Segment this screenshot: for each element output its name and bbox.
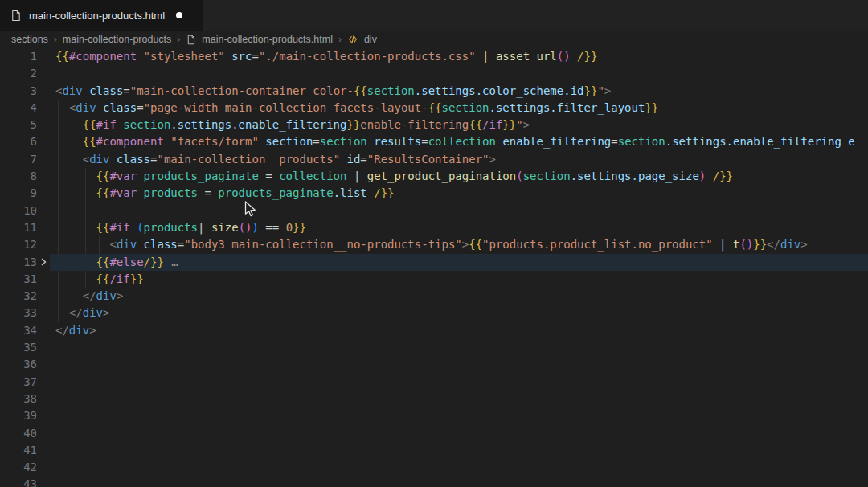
editor-row: 32 </div> <box>0 288 868 305</box>
code-line[interactable]: {{#var products = products_paginate.list… <box>50 185 868 202</box>
editor-row: 42 <box>0 459 868 476</box>
code-rows: 1{{#component "stylesheet" src="./main-c… <box>0 48 868 487</box>
code-line[interactable]: {{/if}} <box>50 271 868 288</box>
line-number: 40 <box>0 425 37 442</box>
editor-row: 11 {{#if (products| size()) == 0}} <box>0 219 868 236</box>
editor-row: 4 <div class="page-width main-collection… <box>0 100 868 117</box>
code-line[interactable] <box>50 459 868 476</box>
line-number: 8 <box>0 168 37 185</box>
fold-chevron-icon[interactable] <box>37 254 50 271</box>
editor-row: 8 {{#var products_paginate = collection … <box>0 168 868 185</box>
fold-gutter <box>37 391 50 407</box>
editor-row: 3<div class="main-collection-container c… <box>0 83 868 100</box>
code-line[interactable] <box>50 476 868 487</box>
fold-gutter <box>37 133 50 150</box>
editor-row: 40 <box>0 425 868 442</box>
line-number: 33 <box>0 305 37 321</box>
fold-gutter <box>37 203 50 219</box>
fold-gutter <box>37 288 50 305</box>
editor-row: 12 <div class="body3 main-collection__no… <box>0 236 868 253</box>
breadcrumb: sections › main-collection-products › ma… <box>0 31 868 48</box>
line-number: 31 <box>0 271 37 288</box>
fold-gutter <box>37 459 50 476</box>
tab-main-collection-products[interactable]: main-collection-products.html <box>0 0 203 31</box>
fold-gutter <box>37 271 50 288</box>
code-line[interactable]: <div class="main-collection__products" i… <box>50 151 868 168</box>
code-line[interactable]: </div> <box>50 288 868 305</box>
editor-row: 31 {{/if}} <box>0 271 868 288</box>
line-number: 5 <box>0 117 37 133</box>
fold-gutter <box>37 151 50 168</box>
code-line[interactable]: <div class="main-collection-container co… <box>50 83 868 100</box>
code-line[interactable] <box>50 374 868 391</box>
code-line[interactable] <box>50 65 868 82</box>
file-icon <box>186 35 196 45</box>
editor-row: 1{{#component "stylesheet" src="./main-c… <box>0 48 868 65</box>
line-number: 35 <box>0 339 37 356</box>
line-number: 43 <box>0 476 37 487</box>
editor-row: 33 </div> <box>0 305 868 321</box>
editor-row: 9 {{#var products = products_paginate.li… <box>0 185 868 202</box>
breadcrumb-item-div[interactable]: div <box>364 34 377 45</box>
fold-gutter <box>37 185 50 202</box>
breadcrumb-item-file[interactable]: main-collection-products.html <box>202 34 333 45</box>
line-number: 11 <box>0 219 37 236</box>
editor-row: 6 {{#component "facets/form" section=sec… <box>0 133 868 150</box>
breadcrumb-item-folder[interactable]: main-collection-products <box>63 34 171 45</box>
fold-gutter <box>37 83 50 100</box>
file-icon <box>10 10 22 22</box>
line-number: 3 <box>0 83 37 100</box>
line-number: 4 <box>0 100 37 117</box>
code-line[interactable]: <div class="page-width main-collection f… <box>50 100 868 117</box>
code-line[interactable]: {{#if section.settings.enable_filtering}… <box>50 117 868 133</box>
code-line[interactable]: </div> <box>50 322 868 339</box>
modified-dot-icon[interactable] <box>176 12 182 18</box>
chevron-separator-icon: › <box>53 34 58 45</box>
code-line[interactable] <box>50 391 868 407</box>
editor-row: 5 {{#if section.settings.enable_filterin… <box>0 117 868 133</box>
code-line[interactable] <box>50 356 868 373</box>
code-line[interactable]: {{#var products_paginate = collection | … <box>50 168 868 185</box>
editor-row: 37 <box>0 374 868 391</box>
line-number: 6 <box>0 133 37 150</box>
line-number: 1 <box>0 48 37 65</box>
vscode-window: { "tab": { "title": "main-collection-pro… <box>0 0 868 487</box>
code-editor[interactable]: 1{{#component "stylesheet" src="./main-c… <box>0 48 868 487</box>
code-line[interactable] <box>50 407 868 424</box>
fold-gutter <box>37 339 50 356</box>
fold-gutter <box>37 168 50 185</box>
line-number: 9 <box>0 185 37 202</box>
fold-gutter <box>37 356 50 373</box>
fold-gutter <box>37 100 50 117</box>
line-number: 32 <box>0 288 37 305</box>
line-number: 10 <box>0 203 37 219</box>
line-number: 42 <box>0 459 37 476</box>
symbol-div-icon <box>347 34 358 45</box>
editor-row: 10 <box>0 203 868 219</box>
code-line[interactable]: {{#component "stylesheet" src="./main-co… <box>50 48 868 65</box>
line-number: 2 <box>0 65 37 82</box>
line-number: 13 <box>0 254 37 271</box>
tab-title: main-collection-products.html <box>29 10 165 22</box>
breadcrumb-item-sections[interactable]: sections <box>11 34 48 45</box>
code-line[interactable]: {{#component "facets/form" section=secti… <box>50 133 868 150</box>
code-line[interactable]: {{#if (products| size()) == 0}} <box>50 219 868 236</box>
fold-gutter <box>37 236 50 253</box>
editor-row: 2 <box>0 65 868 82</box>
line-number: 12 <box>0 236 37 253</box>
editor-row: 35 <box>0 339 868 356</box>
code-line[interactable]: {{#else/}} … <box>50 254 868 271</box>
code-line[interactable] <box>50 425 868 442</box>
fold-gutter <box>37 442 50 459</box>
code-line[interactable]: <div class="body3 main-collection__no-pr… <box>50 236 868 253</box>
code-line[interactable] <box>50 442 868 459</box>
chevron-separator-icon: › <box>176 34 181 45</box>
line-number: 39 <box>0 407 37 424</box>
editor-row: 36 <box>0 356 868 373</box>
fold-gutter <box>37 219 50 236</box>
fold-gutter <box>37 48 50 65</box>
editor-row: 43 <box>0 476 868 487</box>
code-line[interactable]: </div> <box>50 305 868 321</box>
code-line[interactable] <box>50 203 868 219</box>
code-line[interactable] <box>50 339 868 356</box>
